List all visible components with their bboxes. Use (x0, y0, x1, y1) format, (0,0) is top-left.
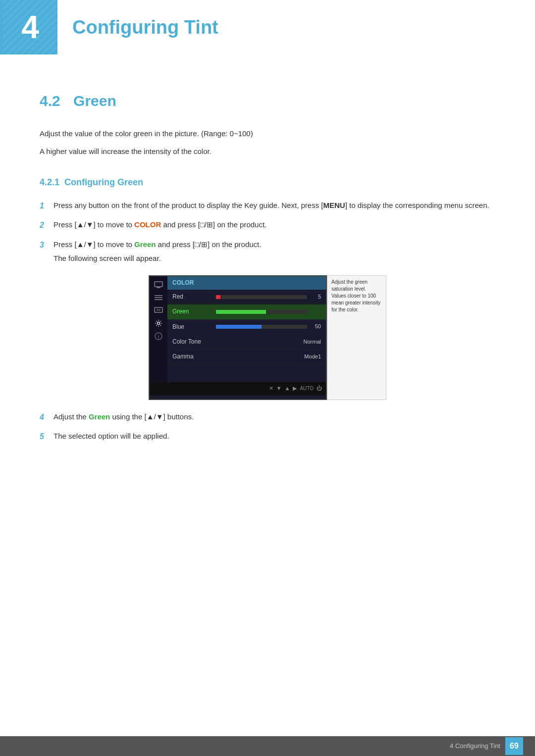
svg-rect-7 (157, 309, 160, 311)
bottom-icon-up: ▲ (285, 384, 290, 393)
step-3: 3 Press [▲/▼] to move to Green and press… (40, 239, 495, 264)
monitor-mockup-wrapper: i COLOR Red 5 (40, 275, 495, 400)
step-2: 2 Press [▲/▼] to move to COLOR and press… (40, 219, 495, 232)
menu-row-spacer1 (167, 364, 326, 373)
monitor-screen: i COLOR Red 5 (149, 275, 327, 400)
steps-list: 1 Press any button on the front of the p… (40, 200, 495, 264)
tooltip-sidebar: Adjust the green saturation level. Value… (327, 275, 386, 400)
svg-rect-0 (155, 282, 162, 287)
step-5: 5 The selected option will be applied. (40, 430, 495, 443)
monitor-with-sidebar: i COLOR Red 5 (149, 275, 386, 400)
menu-icon-info: i (152, 331, 165, 342)
page-footer: 4 Configuring Tint 69 (0, 736, 535, 756)
description-line-2: A higher value will increase the intensi… (40, 146, 495, 157)
chapter-number: 4 (21, 2, 39, 52)
menu-header: COLOR (167, 276, 326, 290)
bar-green (216, 310, 307, 314)
bar-red (216, 295, 307, 299)
step-1: 1 Press any button on the front of the p… (40, 200, 495, 212)
chapter-number-block: 4 (3, 0, 57, 54)
bottom-icon-power: ⏻ (317, 384, 322, 393)
menu-row-spacer2 (167, 373, 326, 382)
menu-icon-monitor (152, 279, 165, 290)
bar-blue (216, 325, 307, 329)
menu-row-colortone: Color Tone Normal (167, 335, 326, 350)
menu-row-green: Green (167, 304, 326, 319)
svg-text:i: i (158, 334, 160, 339)
menu-row-blue: Blue 50 (167, 320, 326, 335)
chapter-header: 4 Configuring Tint (0, 0, 535, 54)
menu-content-area: COLOR Red 5 (167, 276, 326, 382)
chapter-title: Configuring Tint (72, 12, 218, 43)
menu-icons-col: i (150, 276, 167, 382)
menu-row-gamma: Gamma Mode1 (167, 350, 326, 364)
steps-list-2: 4 Adjust the Green using the [▲/▼] butto… (40, 411, 495, 443)
menu-rows: Red 5 Green (167, 290, 326, 382)
section-heading: 4.2 Green (40, 89, 495, 113)
bottom-auto: AUTO (300, 385, 314, 393)
menu-icon-display (152, 305, 165, 316)
bottom-icon-down: ▼ (276, 384, 282, 393)
menu-icon-lines (152, 292, 165, 303)
description-line-1: Adjust the value of the color green in t… (40, 128, 495, 140)
bottom-icon-right: ▶ (293, 384, 297, 393)
footer-page-number: 69 (505, 737, 523, 755)
footer-chapter-label: 4 Configuring Tint (450, 741, 500, 752)
subsection-heading: 4.2.1 Configuring Green (40, 175, 495, 190)
step-4: 4 Adjust the Green using the [▲/▼] butto… (40, 411, 495, 424)
menu-icon-settings (152, 318, 165, 329)
svg-point-8 (158, 322, 160, 324)
menu-row-red: Red 5 (167, 290, 326, 304)
bottom-icon-x: ✕ (269, 384, 273, 393)
monitor-bottom-bar: ✕ ▼ ▲ ▶ AUTO ⏻ (150, 382, 326, 395)
